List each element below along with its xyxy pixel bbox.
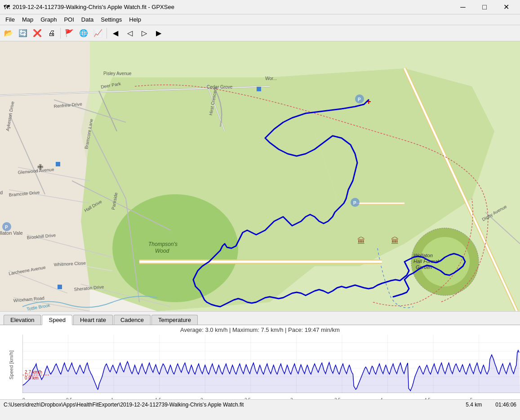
tab-temperature[interactable]: Temperature bbox=[151, 315, 198, 325]
open-file-button[interactable]: 📂 bbox=[2, 27, 15, 40]
window-title: 2019-12-24-112739-Walking-Chris's Apple … bbox=[13, 4, 174, 10]
graph-toggle-button[interactable]: 📈 bbox=[91, 27, 105, 40]
titlebar-left: 🗺 2019-12-24-112739-Walking-Chris's Appl… bbox=[4, 4, 174, 11]
tab-heart-rate[interactable]: Heart rate bbox=[73, 315, 113, 325]
svg-text:llaton Vale: llaton Vale bbox=[0, 230, 23, 236]
minimize-button[interactable]: ─ bbox=[453, 0, 473, 14]
svg-rect-33 bbox=[56, 162, 60, 166]
tab-bar: Elevation Speed Heart rate Cadence Tempe… bbox=[0, 312, 520, 325]
map-container[interactable]: P P P 🏛 🏛 ✙ + Thompson's Wood Wollaton H… bbox=[0, 41, 520, 311]
svg-text:P: P bbox=[5, 225, 8, 230]
svg-text:d: d bbox=[0, 190, 3, 195]
print-button[interactable]: 🖨 bbox=[45, 27, 58, 40]
filepath: C:\Users\drezh\Dropbox\Apps\HealthFitExp… bbox=[4, 402, 244, 408]
graph-stats-text: Average: 3.0 km/h | Maximum: 7.5 km/h | … bbox=[180, 326, 340, 333]
svg-text:P: P bbox=[358, 97, 361, 102]
prev-track-button[interactable]: ◀ bbox=[109, 27, 122, 40]
close-file-button[interactable]: ❌ bbox=[31, 27, 44, 40]
menu-help[interactable]: Help bbox=[125, 15, 145, 24]
menu-data[interactable]: Data bbox=[78, 15, 97, 24]
total-distance: 5.4 km bbox=[466, 402, 482, 408]
menubar: File Map Graph POI Data Settings Help bbox=[0, 14, 520, 25]
globe-button[interactable]: 🌐 bbox=[77, 27, 90, 40]
flag-button[interactable]: 🚩 bbox=[62, 27, 76, 40]
svg-text:Wood: Wood bbox=[155, 248, 169, 254]
svg-text:Wor...: Wor... bbox=[265, 76, 277, 81]
graph-plot[interactable]: 7 6 5 4 3 2 2.7 km/h 0.0 km bbox=[22, 335, 520, 393]
menu-graph[interactable]: Graph bbox=[37, 15, 60, 24]
titlebar: 🗺 2019-12-24-112739-Walking-Chris's Appl… bbox=[0, 0, 520, 14]
svg-text:P: P bbox=[353, 201, 356, 206]
svg-text:Thompson's: Thompson's bbox=[148, 241, 178, 247]
toolbar-sep-1 bbox=[60, 28, 61, 39]
statusbar: C:\Users\drezh\Dropbox\Apps\HealthFitExp… bbox=[0, 399, 520, 409]
toolbar: 📂 🔄 ❌ 🖨 🚩 🌐 📈 ◀ ◁ ▷ ▶ bbox=[0, 25, 520, 41]
close-button[interactable]: ✕ bbox=[496, 0, 516, 14]
menu-settings[interactable]: Settings bbox=[97, 15, 125, 24]
svg-text:🏛: 🏛 bbox=[357, 236, 365, 246]
graph-canvas-area: Speed [km/h] bbox=[0, 335, 520, 395]
svg-text:0.0 km: 0.0 km bbox=[25, 375, 38, 380]
svg-text:Cedar Grove: Cedar Grove bbox=[207, 85, 233, 89]
menu-poi[interactable]: POI bbox=[60, 15, 77, 24]
svg-rect-34 bbox=[58, 285, 62, 289]
svg-rect-32 bbox=[257, 87, 261, 91]
toolbar-sep-2 bbox=[107, 28, 107, 39]
graph-stats: Average: 3.0 km/h | Maximum: 7.5 km/h | … bbox=[0, 325, 520, 335]
svg-text:🏛: 🏛 bbox=[391, 236, 399, 246]
svg-text:2.7 km/h: 2.7 km/h bbox=[25, 370, 42, 375]
tab-cadence[interactable]: Cadence bbox=[114, 315, 151, 325]
y-axis-label: Speed [km/h] bbox=[0, 335, 22, 395]
reload-button[interactable]: 🔄 bbox=[16, 27, 30, 40]
next-track-button[interactable]: ▶ bbox=[152, 27, 165, 40]
next-button[interactable]: ▷ bbox=[138, 27, 151, 40]
app-icon: 🗺 bbox=[4, 4, 10, 11]
svg-text:Pisley Avenue: Pisley Avenue bbox=[103, 71, 132, 76]
prev-button[interactable]: ◁ bbox=[123, 27, 137, 40]
tab-speed[interactable]: Speed bbox=[42, 315, 72, 325]
titlebar-controls: ─ □ ✕ bbox=[453, 0, 516, 14]
total-duration: 01:46:06 bbox=[495, 402, 516, 408]
tab-elevation[interactable]: Elevation bbox=[4, 315, 41, 325]
graph-area: Elevation Speed Heart rate Cadence Tempe… bbox=[0, 311, 520, 399]
maximize-button[interactable]: □ bbox=[474, 0, 495, 14]
menu-file[interactable]: File bbox=[2, 15, 18, 24]
menu-map[interactable]: Map bbox=[18, 15, 37, 24]
